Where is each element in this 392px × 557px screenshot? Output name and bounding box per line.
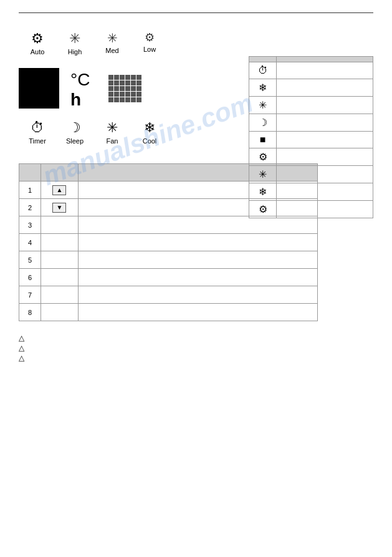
warning-item-3: △ [19,354,373,362]
bottom-content-8 [78,304,317,321]
bottom-icon-5 [41,251,78,269]
bottom-content-6 [78,269,317,286]
bottom-num-1: 1 [19,182,41,199]
grid-cell [120,80,125,85]
right-icon-snowflake: ❄ [249,79,277,97]
warning-triangle-1: △ [19,334,24,342]
top-divider [19,12,373,13]
icon-item-med: ✳ Med [93,32,131,54]
black-square [19,68,59,109]
bottom-table-row: 4 [19,234,318,251]
bottom-table-row: 6 [19,269,318,286]
up-arrow-button[interactable]: ▲ [52,185,66,195]
sleep-label: Sleep [66,137,84,145]
grid-cell [125,75,130,80]
grid-cell [136,86,141,91]
bottom-content-4 [78,234,317,251]
grid-cell [120,86,125,91]
high-fan-icon: ✳ [69,32,80,46]
sleep-icon: ☽ [69,121,81,135]
grid-cell [125,92,130,97]
bottom-num-8: 8 [19,304,41,321]
right-table-row: ⚙ [249,148,373,166]
grid-cell [114,97,119,102]
warning-item-2: △ [19,344,373,352]
celsius-symbol: °C [70,70,90,89]
icon-item-cool: ❄ Cool [131,121,168,145]
right-icon-fan2: ✳ [249,97,277,114]
right-table-row: ⚙ [249,201,373,218]
auto-icon: ⚙ [31,32,44,46]
right-icon-moon: ☽ [249,114,277,132]
bottom-icon-7 [41,286,78,304]
grid-cell [125,97,130,102]
grid-cell [136,80,141,85]
page-container: ⚙ Auto ✳ High ✳ Med ⚙ Low °C h [0,0,392,375]
icon-item-low: ⚙ Low [131,32,168,53]
right-table-row: ❄ [249,79,373,97]
grid-cell [120,75,125,80]
bottom-table-row: 7 [19,286,318,304]
grid-cell [131,80,136,85]
right-header-col2 [277,57,373,62]
grid-cell [114,86,119,91]
bottom-num-3: 3 [19,216,41,234]
grid-cell [131,92,136,97]
down-arrow-button[interactable]: ▼ [52,203,66,213]
grid-icon [108,75,141,102]
grid-cell [108,92,113,97]
grid-cell [114,80,119,85]
right-content-4 [277,114,373,132]
grid-cell [108,86,113,91]
grid-cell [136,97,141,102]
right-content-3 [277,97,373,114]
fan-label: Fan [107,137,118,145]
right-content-9 [277,201,373,218]
grid-cell [108,97,113,102]
bottom-icon-up: ▲ [41,182,78,199]
right-content-6 [277,148,373,166]
bottom-header-num [19,164,41,182]
bottom-content-5 [78,251,317,269]
right-icon-star2: ✳ [249,166,277,183]
grid-cell [120,97,125,102]
right-content-2 [277,79,373,97]
right-table-row: ❄ [249,183,373,201]
cool-icon: ❄ [144,121,155,135]
cool-label: Cool [143,137,157,145]
warning-item-1: △ [19,334,373,342]
grid-cell [131,97,136,102]
bottom-header-icon [41,164,78,182]
fan-icon: ✳ [107,121,118,135]
icon-item-sleep: ☽ Sleep [56,121,93,145]
right-content-7 [277,166,373,183]
hour-symbol: h [70,90,81,109]
bottom-table-row: 5 [19,251,318,269]
timer-label: Timer [29,137,46,145]
right-table-row: ■ [249,132,373,148]
icon-item-fan: ✳ Fan [93,121,131,145]
right-content-1 [277,62,373,79]
bottom-num-4: 4 [19,234,41,251]
warning-section: △ △ △ [19,334,373,362]
low-label: Low [143,46,156,53]
grid-cell [131,86,136,91]
right-icon-timer: ⏱ [249,62,277,79]
right-icon-snowflake2: ❄ [249,183,277,201]
grid-cell [136,92,141,97]
right-table-row: ⏱ [249,62,373,79]
bottom-content-7 [78,286,317,304]
right-table-row: ✳ [249,97,373,114]
right-content-8 [277,183,373,201]
bottom-icon-3 [41,216,78,234]
bottom-content-3 [78,216,317,234]
grid-cell [108,80,113,85]
icon-item-timer: ⏱ Timer [19,121,56,145]
bottom-num-5: 5 [19,251,41,269]
right-icon-gear3: ⚙ [249,201,277,218]
bottom-num-7: 7 [19,286,41,304]
grid-cell [125,80,130,85]
bottom-icon-8 [41,304,78,321]
bottom-table-row: 8 [19,304,318,321]
right-header-col1 [249,57,277,62]
